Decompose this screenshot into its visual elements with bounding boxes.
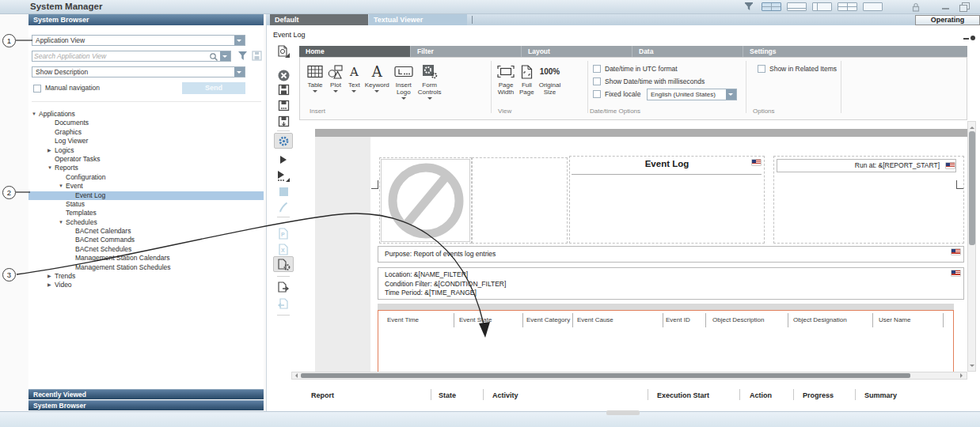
expanded-triangle-icon[interactable]: ▼ [59, 218, 63, 228]
tree-item-status[interactable]: Status [28, 200, 264, 209]
tree-item-operator-tasks[interactable]: Operator Tasks [28, 155, 264, 164]
collapsed-triangle-icon[interactable]: ▶ [47, 272, 51, 282]
scroll-left-arrow[interactable] [293, 373, 298, 378]
milliseconds-checkbox[interactable] [593, 77, 601, 85]
tree-item-schedules[interactable]: ▼Schedules [28, 218, 264, 227]
expanded-triangle-icon[interactable]: ▼ [47, 164, 52, 173]
new-report-button[interactable] [275, 44, 291, 59]
expanded-triangle-icon[interactable]: ▼ [59, 182, 63, 191]
filter-field[interactable]: Location: &[NAME_FILTER] Condition Filte… [378, 267, 964, 300]
tab-default[interactable]: Default [270, 14, 368, 25]
insert-form-controls-button[interactable]: Form Controls [416, 60, 444, 104]
tree-item-ms-calendars[interactable]: Management Station Calendars [28, 254, 264, 263]
chevron-down-icon[interactable] [234, 67, 245, 77]
operating-mode-button[interactable]: Operating [915, 15, 980, 25]
description-selector-dropdown[interactable]: Show Description [32, 66, 245, 77]
save-as-button[interactable] [275, 98, 291, 112]
scroll-down-arrow[interactable] [970, 365, 974, 369]
send-button[interactable]: Send [182, 82, 245, 94]
system-browser-bar[interactable]: System Browser [28, 400, 264, 410]
export-report-button[interactable] [275, 280, 291, 294]
tree-item-logics[interactable]: ▶Logics [28, 146, 264, 155]
manual-navigation-checkbox[interactable] [33, 85, 41, 93]
run-at-field[interactable]: Run at: &[REPORT_START] [777, 159, 956, 172]
filter-funnel-icon[interactable] [744, 2, 754, 11]
view-selector-dropdown[interactable]: Application View [32, 35, 245, 46]
tab-textual-viewer[interactable]: Textual Viewer [369, 14, 467, 25]
edit-pen-button-disabled[interactable] [275, 200, 291, 214]
insert-logo-button[interactable]: Insert Logo [392, 60, 416, 104]
execution-column-execution-start[interactable]: Execution Start [657, 391, 709, 399]
save-all-button[interactable] [275, 114, 291, 128]
restore-report-button-disabled[interactable] [275, 297, 291, 311]
stop-button-disabled[interactable] [275, 184, 291, 198]
execution-column-progress[interactable]: Progress [803, 391, 834, 399]
splitter-drag-handle[interactable] [606, 410, 640, 415]
tree-item-ms-schedules[interactable]: Management Station Schedules [28, 263, 264, 272]
layout-left-pane-button[interactable] [812, 2, 832, 11]
tree-item-trends[interactable]: ▶Trends [28, 272, 264, 281]
chevron-down-icon[interactable] [234, 36, 245, 45]
collapsed-triangle-icon[interactable]: ▶ [47, 146, 51, 156]
tree-item-log-viewer[interactable]: Log Viewer [28, 137, 264, 145]
tree-item-applications[interactable]: ▼Applications [28, 110, 264, 119]
search-options-chevron-icon[interactable] [220, 51, 230, 61]
header-title-cell[interactable] [569, 156, 765, 244]
restore-button[interactable] [959, 2, 968, 10]
insert-plot-button[interactable]: Plot [325, 60, 346, 96]
tree-item-event-log-selected[interactable]: Event Log [28, 191, 264, 200]
run-report-button[interactable] [275, 153, 291, 167]
report-execution-button[interactable] [273, 256, 294, 272]
ribbon-tab-home[interactable]: Home [299, 46, 410, 57]
logo-placeholder[interactable] [381, 159, 470, 242]
system-browser-header[interactable]: System Browser [28, 14, 264, 25]
layout-split-pane-button[interactable] [838, 2, 857, 11]
collapsed-triangle-icon[interactable]: ▶ [47, 281, 51, 290]
pin-icon[interactable] [963, 38, 969, 40]
export-excel-button-disabled[interactable]: X [275, 242, 291, 256]
fixed-locale-checkbox[interactable] [593, 90, 601, 98]
purpose-field[interactable]: Purpose: Report of events log entries [378, 246, 964, 263]
tree-item-configuration[interactable]: Configuration [28, 173, 264, 182]
ribbon-tab-filter[interactable]: Filter [410, 46, 521, 57]
ribbon-tab-layout[interactable]: Layout [521, 46, 632, 57]
scroll-right-arrow[interactable] [960, 373, 965, 378]
insert-keyword-button[interactable]: A Keyword [363, 60, 392, 96]
ribbon-tab-settings[interactable]: Settings [743, 46, 853, 57]
full-page-button[interactable]: Full Page [517, 60, 537, 97]
search-field[interactable] [32, 51, 231, 62]
tree-item-graphics[interactable]: Graphics [28, 128, 264, 137]
scroll-up-arrow[interactable] [970, 124, 974, 129]
report-table[interactable]: Event Time Event State Event Category Ev… [378, 310, 954, 372]
execution-column-action[interactable]: Action [750, 391, 772, 399]
tree-item-reports[interactable]: ▼Reports [28, 164, 264, 172]
tree-item-bacnet-commands[interactable]: BACnet Commands [28, 236, 264, 244]
report-settings-button[interactable] [274, 133, 293, 149]
expanded-triangle-icon[interactable]: ▼ [32, 110, 36, 119]
search-input[interactable] [34, 51, 204, 61]
page-width-button[interactable]: Page Width [495, 60, 517, 97]
tree-item-bacnet-calendars[interactable]: BACnet Calendars [28, 227, 264, 236]
pin-icon[interactable] [971, 36, 975, 40]
ribbon-tab-data[interactable]: Data [632, 46, 743, 57]
report-design-surface[interactable]: Event Log Run at: &[REPORT_START] Purpos… [315, 129, 967, 372]
execution-column-activity[interactable]: Activity [492, 391, 518, 399]
tree-item-video[interactable]: ▶Video [28, 281, 264, 289]
minimize-button[interactable] [942, 8, 949, 9]
tree-item-bacnet-schedules[interactable]: BACnet Schedules [28, 245, 264, 254]
execution-column-state[interactable]: State [439, 391, 456, 399]
locale-dropdown[interactable]: English (United States) [647, 89, 737, 100]
layout-four-pane-button[interactable] [762, 2, 781, 11]
original-size-button[interactable]: 100% Original Size [537, 60, 564, 97]
header-empty-cell[interactable] [472, 157, 568, 244]
export-pdf-button-disabled[interactable]: P [275, 226, 291, 240]
insert-text-button[interactable]: A Text [346, 60, 363, 96]
filter-icon[interactable] [237, 50, 249, 62]
execution-column-summary[interactable]: Summary [864, 391, 897, 399]
tree-item-event[interactable]: ▼Event [28, 182, 264, 191]
tree-item-templates[interactable]: Templates [28, 209, 264, 217]
chevron-down-icon[interactable] [726, 89, 736, 100]
insert-table-button[interactable]: Table [305, 60, 325, 96]
layout-single-pane-button[interactable] [863, 2, 883, 11]
run-options-button[interactable] [275, 168, 291, 183]
